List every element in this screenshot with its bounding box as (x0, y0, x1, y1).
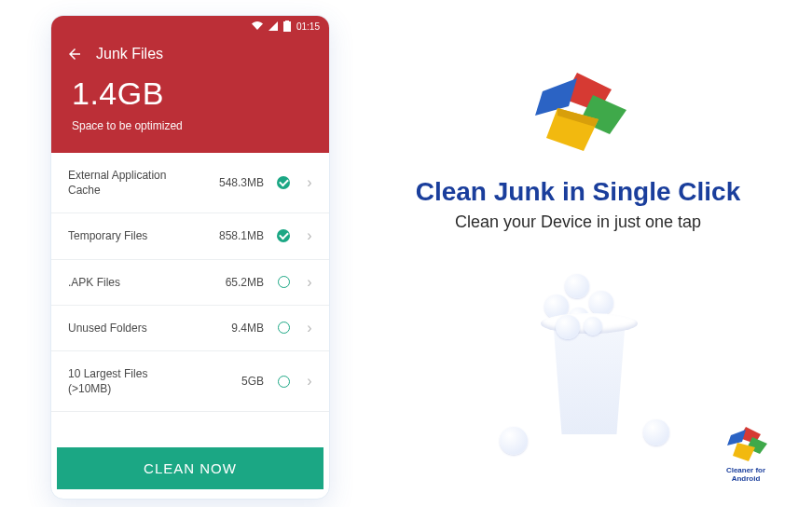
space-subtitle: Space to be optimized (72, 119, 309, 132)
junk-row-label: External Application Cache (68, 168, 199, 198)
svg-marker-1 (535, 78, 577, 116)
app-bar: Junk Files (51, 36, 329, 70)
junk-row-checkbox[interactable] (271, 376, 296, 388)
chevron-right-icon: › (303, 321, 316, 336)
junk-row-checkbox[interactable] (271, 176, 296, 189)
promo-panel: Clean Junk in Single Click Clean your De… (354, 0, 802, 507)
brand-mini: Cleaner for Android (712, 427, 779, 483)
trash-illustration (494, 270, 681, 457)
chevron-right-icon: › (303, 374, 316, 389)
junk-row-label: .APK Files (68, 275, 199, 290)
wifi-icon (252, 21, 263, 31)
hero: 1.4GB Space to be optimized (51, 70, 329, 153)
brand-mini-icon (723, 427, 768, 462)
battery-icon (283, 21, 291, 32)
junk-row[interactable]: External Application Cache548.3MB› (51, 153, 329, 213)
chevron-right-icon: › (303, 228, 316, 243)
junk-row-checkbox[interactable] (271, 276, 296, 288)
junk-row-size: 548.3MB (206, 176, 264, 189)
status-bar: 01:15 (51, 16, 329, 36)
junk-row-size: 858.1MB (206, 229, 264, 242)
chevron-right-icon: › (303, 175, 316, 190)
junk-row-size: 5GB (206, 375, 264, 388)
promo-subline: Clean your Device in just one tap (354, 212, 802, 232)
check-circle-icon (277, 229, 290, 242)
brand-mini-label: Cleaner for Android (712, 466, 779, 483)
junk-row[interactable]: 10 Largest Files (>10MB)5GB› (51, 351, 329, 412)
check-circle-icon (277, 176, 290, 189)
clean-now-button[interactable]: CLEAN NOW (57, 447, 323, 489)
svg-marker-6 (727, 430, 746, 445)
phone-mock: 01:15 Junk Files 1.4GB Space to be optim… (50, 15, 330, 500)
space-value: 1.4GB (72, 75, 309, 112)
promo-headline: Clean Junk in Single Click (354, 177, 802, 207)
status-time: 01:15 (296, 21, 320, 32)
junk-list: External Application Cache548.3MB›Tempor… (51, 153, 329, 442)
junk-row-checkbox[interactable] (271, 229, 296, 242)
signal-icon (268, 21, 278, 31)
circle-outline-icon (278, 376, 290, 388)
circle-outline-icon (278, 276, 290, 288)
circle-outline-icon (278, 322, 290, 334)
junk-row-checkbox[interactable] (271, 322, 296, 334)
junk-row-size: 9.4MB (206, 322, 264, 335)
junk-row-size: 65.2MB (206, 276, 264, 289)
junk-row-label: Temporary Files (68, 228, 199, 243)
junk-row-label: Unused Folders (68, 321, 199, 336)
junk-row[interactable]: Unused Folders9.4MB› (51, 306, 329, 351)
brand-icon (526, 73, 628, 153)
page-title: Junk Files (96, 46, 163, 62)
junk-row[interactable]: .APK Files65.2MB› (51, 260, 329, 306)
back-icon[interactable] (66, 46, 83, 62)
chevron-right-icon: › (303, 275, 316, 290)
junk-row-label: 10 Largest Files (>10MB) (68, 366, 199, 396)
junk-row[interactable]: Temporary Files858.1MB› (51, 213, 329, 259)
